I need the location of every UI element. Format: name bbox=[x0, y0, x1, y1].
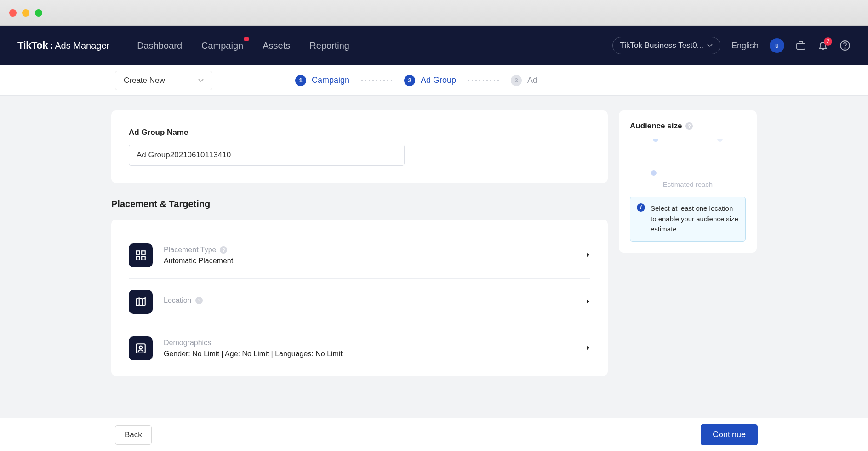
gauge-needle-icon bbox=[651, 170, 657, 176]
window-maximize-icon[interactable] bbox=[35, 9, 42, 17]
svg-rect-5 bbox=[136, 256, 140, 260]
info-icon: i bbox=[637, 203, 645, 212]
help-tooltip-icon[interactable]: ? bbox=[685, 122, 693, 130]
expand-arrow-icon bbox=[586, 251, 590, 260]
estimated-reach-label: Estimated reach bbox=[663, 180, 713, 188]
logo-product: Ads Manager bbox=[55, 40, 109, 51]
adgroup-name-label: Ad Group Name bbox=[129, 128, 590, 137]
top-nav: TikTok: Ads Manager Dashboard Campaign A… bbox=[0, 26, 868, 65]
notification-badge: 2 bbox=[824, 37, 832, 46]
language-select[interactable]: English bbox=[731, 41, 759, 51]
nav-assets[interactable]: Assets bbox=[263, 40, 290, 51]
step-label: Ad Group bbox=[421, 75, 456, 85]
page: Ad Group Name Placement & Targeting Plac… bbox=[0, 96, 868, 431]
row-placement-type[interactable]: Placement Type? Automatic Placement bbox=[129, 232, 590, 279]
row-body: Location? bbox=[164, 296, 575, 307]
svg-rect-4 bbox=[142, 251, 145, 254]
main-column: Ad Group Name Placement & Targeting Plac… bbox=[111, 110, 608, 376]
row-location[interactable]: Location? bbox=[129, 279, 590, 325]
create-mode-label: Create New bbox=[124, 76, 165, 85]
avatar-letter: u bbox=[775, 42, 779, 49]
step-separator-icon bbox=[356, 80, 398, 81]
audience-size-title: Audience size ? bbox=[630, 121, 746, 131]
nav-campaign[interactable]: Campaign bbox=[201, 40, 243, 51]
step-ad[interactable]: 3 Ad bbox=[511, 75, 537, 86]
logo-sep: : bbox=[50, 40, 53, 52]
step-adgroup[interactable]: 2 Ad Group bbox=[404, 75, 456, 86]
adgroup-name-card: Ad Group Name bbox=[111, 110, 608, 183]
chevron-down-icon bbox=[198, 79, 204, 82]
nav-dashboard[interactable]: Dashboard bbox=[137, 40, 182, 51]
svg-rect-0 bbox=[797, 43, 805, 49]
back-button-label: Back bbox=[125, 430, 142, 432]
svg-rect-6 bbox=[142, 256, 145, 260]
svg-point-8 bbox=[139, 346, 143, 349]
avatar[interactable]: u bbox=[770, 38, 784, 53]
business-select-label: TikTok Business Test0... bbox=[620, 41, 703, 50]
row-value: Gender: No Limit | Age: No Limit | Langu… bbox=[164, 350, 575, 358]
help-tooltip-icon[interactable]: ? bbox=[195, 297, 203, 304]
expand-arrow-icon bbox=[586, 344, 590, 353]
row-title-text: Demographics bbox=[164, 339, 211, 347]
briefcase-icon bbox=[795, 40, 806, 51]
window-close-icon[interactable] bbox=[9, 9, 17, 17]
logo[interactable]: TikTok: Ads Manager bbox=[17, 40, 109, 52]
help-button[interactable] bbox=[839, 40, 851, 51]
targeting-card: Placement Type? Automatic Placement Loca… bbox=[111, 220, 608, 376]
back-button[interactable]: Back bbox=[115, 425, 152, 432]
step-label: Campaign bbox=[312, 75, 349, 85]
audience-size-card: Audience size ? Estimated reach i Select… bbox=[619, 110, 757, 253]
help-tooltip-icon[interactable]: ? bbox=[220, 246, 227, 254]
step-number: 1 bbox=[295, 75, 306, 86]
row-title-text: Placement Type bbox=[164, 246, 216, 254]
continue-button[interactable]: Continue bbox=[701, 424, 758, 431]
row-title: Demographics bbox=[164, 339, 575, 347]
step-label: Ad bbox=[527, 75, 537, 85]
help-circle-icon bbox=[839, 40, 851, 51]
steps: 1 Campaign 2 Ad Group 3 Ad bbox=[295, 75, 537, 86]
row-value: Automatic Placement bbox=[164, 257, 575, 265]
alert-text: Select at least one location to enable y… bbox=[651, 203, 739, 235]
gauge: Estimated reach bbox=[630, 139, 746, 188]
grid-icon bbox=[129, 243, 153, 267]
row-title-text: Location bbox=[164, 296, 192, 305]
step-number: 3 bbox=[511, 75, 522, 86]
right-actions: TikTok Business Test0... English u 2 bbox=[612, 37, 851, 54]
briefcase-button[interactable] bbox=[795, 40, 806, 51]
continue-button-label: Continue bbox=[713, 430, 746, 431]
audience-size-title-text: Audience size bbox=[630, 121, 682, 131]
expand-arrow-icon bbox=[586, 298, 590, 306]
step-separator-icon bbox=[463, 80, 504, 81]
nav-assets-label: Assets bbox=[263, 40, 290, 51]
svg-rect-3 bbox=[136, 251, 140, 254]
nav-campaign-badge-icon bbox=[244, 37, 249, 41]
create-mode-select[interactable]: Create New bbox=[115, 71, 212, 90]
alert: i Select at least one location to enable… bbox=[630, 197, 746, 242]
business-select[interactable]: TikTok Business Test0... bbox=[612, 37, 720, 54]
step-number: 2 bbox=[404, 75, 415, 86]
nav-dashboard-label: Dashboard bbox=[137, 40, 182, 51]
adgroup-name-input[interactable] bbox=[129, 145, 405, 166]
notification-count: 2 bbox=[827, 38, 830, 45]
nav-reporting[interactable]: Reporting bbox=[309, 40, 349, 51]
gauge-arc-icon bbox=[651, 139, 725, 176]
map-icon bbox=[129, 290, 153, 314]
section-title: Placement & Targeting bbox=[111, 199, 608, 209]
step-campaign[interactable]: 1 Campaign bbox=[295, 75, 349, 86]
row-title: Location? bbox=[164, 296, 575, 305]
window-minimize-icon[interactable] bbox=[22, 9, 29, 17]
language-label: English bbox=[731, 41, 759, 50]
logo-brand: TikTok bbox=[17, 40, 48, 52]
footer: Back Continue bbox=[0, 418, 868, 431]
row-body: Placement Type? Automatic Placement bbox=[164, 246, 575, 265]
nav-reporting-label: Reporting bbox=[309, 40, 349, 51]
row-title: Placement Type? bbox=[164, 246, 575, 254]
notifications-button[interactable]: 2 bbox=[817, 40, 828, 51]
browser-chrome bbox=[0, 0, 868, 26]
row-body: Demographics Gender: No Limit | Age: No … bbox=[164, 339, 575, 358]
side-column: Audience size ? Estimated reach i Select… bbox=[619, 110, 757, 376]
row-demographics[interactable]: Demographics Gender: No Limit | Age: No … bbox=[129, 325, 590, 371]
nav-campaign-label: Campaign bbox=[201, 40, 243, 51]
svg-point-2 bbox=[845, 48, 845, 48]
nav-links: Dashboard Campaign Assets Reporting bbox=[137, 40, 349, 51]
